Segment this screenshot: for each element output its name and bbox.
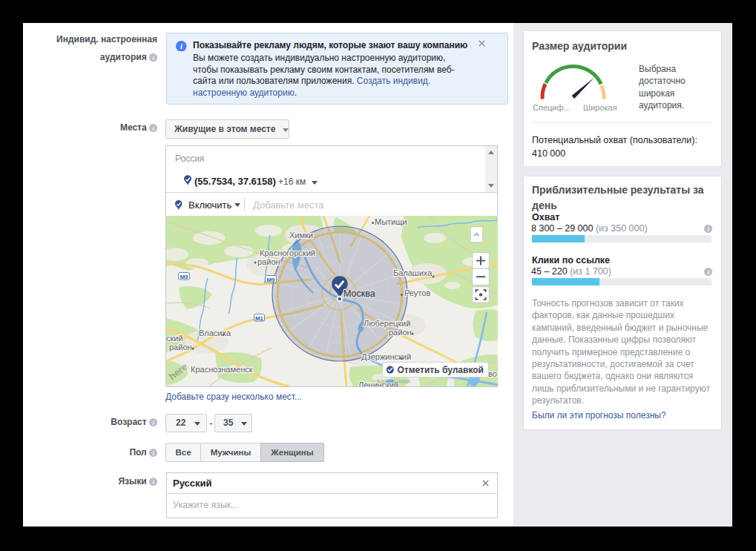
svg-text:район.: район.	[169, 343, 194, 352]
svg-text:Власиха: Власиха	[199, 329, 231, 337]
svg-text:Красногорский: Красногорский	[260, 248, 315, 257]
svg-text:Котельники: Котельники	[377, 377, 410, 385]
svg-text:цовский: цовский	[166, 334, 183, 343]
svg-text:Мытищи: Мытищи	[375, 217, 407, 226]
svg-text:М9: М9	[266, 277, 275, 283]
svg-text:Реутов: Реутов	[404, 288, 430, 297]
svg-text:Краснознаменск: Краснознаменск	[191, 365, 253, 374]
svg-text:Балашиха: Балашиха	[393, 268, 433, 277]
svg-text:район: район	[257, 257, 280, 266]
svg-text:Химки: Химки	[289, 231, 313, 240]
svg-text:Люберецкий: Люберецкий	[364, 319, 410, 328]
svg-text:Москва: Москва	[344, 288, 375, 299]
svg-text:i: i	[180, 42, 183, 50]
svg-text:М9: М9	[180, 274, 188, 280]
svg-text:М1: М1	[255, 315, 264, 322]
svg-text:район: район	[389, 328, 412, 337]
svg-text:Дзержинский: Дзержинский	[361, 352, 411, 361]
svg-text:Отметить булавкой: Отметить булавкой	[398, 365, 484, 375]
